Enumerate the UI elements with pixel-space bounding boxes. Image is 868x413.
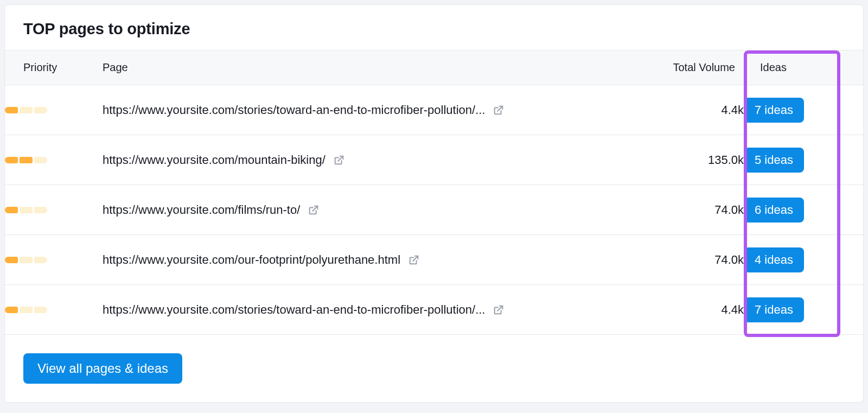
priority-indicator bbox=[5, 157, 103, 163]
priority-segment bbox=[34, 107, 47, 113]
col-header-page: Page bbox=[103, 50, 635, 85]
volume-cell: 4.4k bbox=[635, 285, 744, 335]
priority-segment bbox=[34, 207, 47, 213]
priority-cell bbox=[5, 135, 103, 185]
priority-segment bbox=[5, 307, 18, 313]
priority-segment bbox=[20, 157, 33, 163]
table-row: https://www.yoursite.com/mountain-biking… bbox=[5, 135, 863, 185]
page-cell: https://www.yoursite.com/films/run-to/ bbox=[103, 185, 635, 235]
page-url[interactable]: https://www.yoursite.com/films/run-to/ bbox=[103, 203, 300, 217]
pages-table: Priority Page Total Volume Ideas https:/… bbox=[5, 50, 863, 335]
ideas-button[interactable]: 6 ideas bbox=[744, 198, 804, 223]
col-header-priority: Priority bbox=[5, 50, 103, 85]
volume-cell: 74.0k bbox=[635, 185, 744, 235]
page-url[interactable]: https://www.yoursite.com/our-footprint/p… bbox=[103, 253, 400, 267]
external-link-icon[interactable] bbox=[493, 304, 505, 316]
volume-cell: 135.0k bbox=[635, 135, 744, 185]
page-cell: https://www.yoursite.com/mountain-biking… bbox=[103, 135, 635, 185]
external-link-icon[interactable] bbox=[493, 104, 505, 116]
page-url[interactable]: https://www.yoursite.com/stories/toward-… bbox=[103, 303, 485, 317]
priority-segment bbox=[34, 157, 47, 163]
priority-segment bbox=[34, 307, 47, 313]
table-header-row: Priority Page Total Volume Ideas bbox=[5, 50, 863, 85]
panel-title: TOP pages to optimize bbox=[5, 5, 863, 50]
priority-segment bbox=[5, 207, 18, 213]
ideas-cell: 7 ideas bbox=[744, 285, 863, 335]
priority-cell bbox=[5, 185, 103, 235]
priority-indicator bbox=[5, 107, 103, 113]
external-link-icon[interactable] bbox=[333, 154, 345, 166]
priority-segment bbox=[20, 207, 33, 213]
ideas-button[interactable]: 7 ideas bbox=[744, 297, 804, 322]
priority-segment bbox=[34, 257, 47, 263]
priority-cell bbox=[5, 285, 103, 335]
volume-cell: 4.4k bbox=[635, 85, 744, 135]
external-link-icon[interactable] bbox=[408, 254, 420, 266]
ideas-button[interactable]: 5 ideas bbox=[744, 148, 804, 173]
table-row: https://www.yoursite.com/stories/toward-… bbox=[5, 285, 863, 335]
priority-cell bbox=[5, 85, 103, 135]
priority-segment bbox=[20, 257, 33, 263]
ideas-button[interactable]: 7 ideas bbox=[744, 98, 804, 123]
panel-footer: View all pages & ideas bbox=[5, 335, 863, 402]
priority-segment bbox=[5, 107, 18, 113]
ideas-cell: 4 ideas bbox=[744, 235, 863, 285]
view-all-pages-button[interactable]: View all pages & ideas bbox=[23, 353, 182, 384]
priority-segment bbox=[5, 157, 18, 163]
col-header-ideas: Ideas bbox=[744, 50, 863, 85]
page-cell: https://www.yoursite.com/our-footprint/p… bbox=[103, 235, 635, 285]
volume-cell: 74.0k bbox=[635, 235, 744, 285]
priority-segment bbox=[5, 257, 18, 263]
ideas-cell: 7 ideas bbox=[744, 85, 863, 135]
priority-segment bbox=[20, 307, 33, 313]
table-row: https://www.yoursite.com/films/run-to/74… bbox=[5, 185, 863, 235]
ideas-cell: 6 ideas bbox=[744, 185, 863, 235]
page-url[interactable]: https://www.yoursite.com/stories/toward-… bbox=[103, 103, 485, 117]
ideas-cell: 5 ideas bbox=[744, 135, 863, 185]
page-cell: https://www.yoursite.com/stories/toward-… bbox=[103, 285, 635, 335]
top-pages-panel: TOP pages to optimize Priority Page Tota… bbox=[4, 4, 864, 403]
col-header-volume: Total Volume bbox=[635, 50, 744, 85]
ideas-button[interactable]: 4 ideas bbox=[744, 247, 804, 272]
table-row: https://www.yoursite.com/stories/toward-… bbox=[5, 85, 863, 135]
priority-indicator bbox=[5, 207, 103, 213]
priority-segment bbox=[20, 107, 33, 113]
external-link-icon[interactable] bbox=[308, 204, 320, 216]
priority-indicator bbox=[5, 307, 103, 313]
table-row: https://www.yoursite.com/our-footprint/p… bbox=[5, 235, 863, 285]
page-url[interactable]: https://www.yoursite.com/mountain-biking… bbox=[103, 153, 326, 167]
priority-indicator bbox=[5, 257, 103, 263]
priority-cell bbox=[5, 235, 103, 285]
page-cell: https://www.yoursite.com/stories/toward-… bbox=[103, 85, 635, 135]
